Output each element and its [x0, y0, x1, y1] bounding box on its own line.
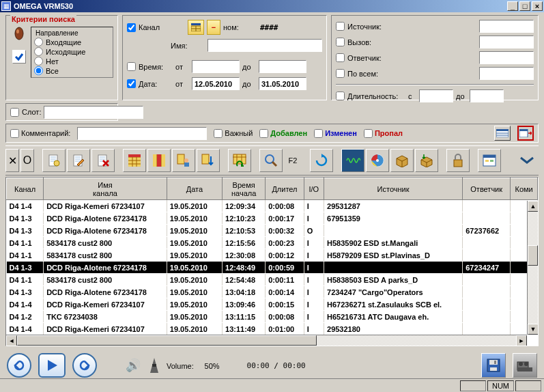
column-header[interactable]: Имяканала	[44, 178, 167, 200]
comment-checkbox[interactable]	[10, 129, 19, 138]
source-checkbox[interactable]	[336, 22, 345, 31]
radio-none[interactable]: Нет	[34, 57, 110, 66]
duration-checkbox[interactable]	[336, 92, 345, 100]
important-checkbox[interactable]	[214, 129, 223, 138]
column-header[interactable]: Коми	[511, 178, 538, 200]
table-row[interactable]: D4 1-3DCD Riga-Alotene 6723417819.05.201…	[7, 262, 538, 274]
doc-open-button[interactable]	[42, 149, 66, 172]
date-checkbox[interactable]	[127, 79, 136, 88]
call-input[interactable]	[479, 36, 534, 48]
close-x-button[interactable]: ✕	[5, 149, 19, 172]
view-arrow-button[interactable]	[517, 126, 534, 141]
table-row[interactable]: D4 1-2TKC 6723403819.05.201013:11:150:00…	[7, 311, 538, 323]
table-row[interactable]: D4 1-4DCD Riga-Kemeri 6723410719.05.2010…	[7, 323, 538, 335]
direction-group: Направление Входящие Исходящие Нет Все	[31, 27, 113, 78]
svg-rect-23	[202, 154, 209, 164]
vertical-scrollbar[interactable]: ▲ ▼	[527, 201, 538, 335]
maximize-button[interactable]: □	[519, 1, 530, 11]
table-row[interactable]: D4 1-15834178 cust2 80019.05.201012:15:5…	[7, 237, 538, 249]
column-header[interactable]: Длител	[266, 178, 304, 200]
channel-checkbox[interactable]	[127, 23, 136, 32]
changed-checkbox[interactable]	[314, 129, 323, 138]
duration-to-input[interactable]	[470, 89, 504, 102]
table-row[interactable]: D4 1-15834178 cust2 80019.05.201012:54:4…	[7, 274, 538, 286]
name-label: Имя:	[171, 42, 205, 50]
grid-columns-button[interactable]	[147, 149, 171, 172]
channel-grid-button[interactable]	[188, 20, 204, 35]
table-row[interactable]: D4 1-3DCD Riga-Alotene 6723417819.05.201…	[7, 212, 538, 225]
grid-user-button[interactable]	[172, 149, 195, 172]
date-from-input[interactable]	[192, 77, 240, 90]
svg-rect-42	[517, 367, 532, 372]
column-header[interactable]: Ответчик	[463, 178, 511, 200]
prev-button[interactable]	[7, 353, 31, 378]
column-header[interactable]: Времяначала	[223, 178, 266, 200]
column-header[interactable]: Канал	[7, 178, 44, 200]
date-to-input[interactable]	[259, 77, 306, 90]
svg-rect-19	[157, 154, 161, 167]
time-checkbox[interactable]	[127, 62, 136, 71]
play-button[interactable]	[38, 353, 66, 378]
table-row[interactable]: D4 1-4DCD Riga-Kemeri 6723410719.05.2010…	[7, 200, 538, 212]
radio-all[interactable]: Все	[34, 66, 110, 75]
player-bar: 🔊 Volume: 50% 00:00 / 00:00	[5, 349, 539, 382]
svg-rect-24	[233, 154, 246, 164]
all-input[interactable]	[479, 67, 534, 80]
doc-delete-button[interactable]	[91, 149, 115, 172]
table-row[interactable]: D4 1-3DCD Riga-Alotene 6723417819.05.201…	[7, 225, 538, 237]
channel-label: Канал	[139, 23, 173, 31]
refresh-button[interactable]	[310, 149, 333, 172]
time-to-input[interactable]	[259, 60, 306, 73]
added-checkbox[interactable]	[259, 129, 268, 138]
time-from-input[interactable]	[192, 60, 240, 73]
volume-slider-icon[interactable]	[149, 356, 160, 374]
save-disk-button[interactable]	[481, 353, 506, 378]
source-input[interactable]	[479, 20, 534, 33]
toolbar: ✕ O F2	[5, 145, 539, 176]
radio-incoming[interactable]: Входящие	[34, 38, 110, 46]
lock-button[interactable]	[446, 149, 470, 172]
svg-rect-37	[490, 367, 497, 371]
camera-button[interactable]	[513, 353, 537, 378]
window-button[interactable]	[478, 149, 501, 172]
slot-checkbox[interactable]	[10, 108, 19, 117]
column-header[interactable]: Источник	[324, 178, 463, 200]
all-checkbox[interactable]	[336, 69, 345, 78]
package-button[interactable]	[390, 149, 414, 172]
slot-input[interactable]	[44, 106, 143, 119]
grid-sort-button[interactable]	[197, 149, 220, 172]
column-header[interactable]: Дата	[167, 178, 222, 200]
table-row[interactable]: D4 1-15834178 cust2 80019.05.201012:30:0…	[7, 249, 538, 262]
view-list-button[interactable]	[494, 126, 511, 141]
check-icon[interactable]	[12, 50, 26, 64]
wave-button[interactable]	[341, 149, 364, 172]
expand-icon[interactable]	[515, 149, 539, 172]
channel-remove-button[interactable]: −	[207, 20, 220, 35]
svg-rect-17	[128, 154, 141, 157]
grid-button[interactable]	[123, 149, 146, 172]
table-row[interactable]: D4 1-3DCD Riga-Alotene 6723417819.05.201…	[7, 286, 538, 298]
comment-input[interactable]	[77, 127, 207, 140]
call-checkbox[interactable]	[336, 38, 345, 46]
search-button[interactable]	[259, 149, 283, 172]
table-row[interactable]: D4 1-4DCD Riga-Kemeri 6723410719.05.2010…	[7, 298, 538, 311]
answer-input[interactable]	[479, 51, 534, 64]
doc-edit-button[interactable]	[67, 149, 90, 172]
column-header[interactable]: I/O	[304, 178, 324, 200]
duration-from-input[interactable]	[419, 89, 453, 102]
radio-outgoing[interactable]: Исходящие	[34, 47, 110, 56]
disc-button[interactable]	[366, 149, 389, 172]
svg-point-40	[519, 362, 523, 366]
minimize-button[interactable]: _	[507, 1, 518, 11]
speaker-icon: 🔊	[124, 356, 142, 374]
close-button[interactable]: ×	[532, 1, 543, 11]
name-input[interactable]	[207, 39, 322, 52]
toggle-o-button[interactable]: O	[20, 149, 34, 172]
next-button[interactable]	[72, 353, 97, 378]
answer-checkbox[interactable]	[336, 53, 345, 62]
package-open-button[interactable]	[415, 149, 438, 172]
status-cell-1	[460, 380, 486, 391]
deleted-checkbox[interactable]	[364, 129, 373, 138]
horizontal-scrollbar[interactable]: ◄ ►	[6, 335, 527, 346]
grid-refresh-button[interactable]	[228, 149, 251, 172]
